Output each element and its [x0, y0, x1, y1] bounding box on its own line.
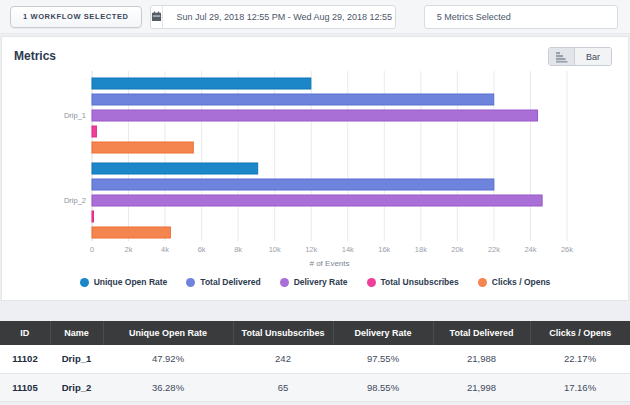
column-header-total-delivered: Total Delivered	[433, 321, 530, 345]
bar-Drip_1-total-delivered	[92, 94, 494, 105]
svg-text:14k: 14k	[342, 245, 354, 254]
chart-type-toggle[interactable]: Bar	[548, 47, 612, 66]
svg-text:Drip_2: Drip_2	[64, 196, 86, 205]
svg-text:16k: 16k	[378, 245, 390, 254]
metrics-table-wrap: IDNameUnique Open RateTotal Unsubscribes…	[0, 321, 630, 402]
svg-text:0: 0	[90, 245, 94, 254]
svg-text:12k: 12k	[305, 245, 317, 254]
bar-Drip_2-delivery-rate	[92, 195, 542, 206]
cell-id: 11105	[0, 373, 50, 401]
table-row: 11102Drip_147.92%24297.55%21,98822.17%	[0, 345, 630, 373]
svg-text:Drip_1: Drip_1	[64, 111, 86, 120]
legend-dot	[186, 278, 195, 287]
table-row: 11105Drip_236.28%6598.55%21,99817.16%	[0, 373, 630, 401]
bar-Drip_1-clicks-opens	[92, 142, 193, 153]
cell-total-delivered: 21,988	[433, 345, 530, 373]
legend-item-delivery-rate[interactable]: Delivery Rate	[280, 277, 348, 287]
cell-id: 11102	[0, 345, 50, 373]
cell-total-delivered: 21,998	[433, 373, 530, 401]
column-header-delivery-rate: Delivery Rate	[333, 321, 433, 345]
cell-unique-open-rate: 47.92%	[103, 345, 233, 373]
column-header-total-unsubscribes: Total Unsubscribes	[233, 321, 333, 345]
cell-total-unsubscribes: 242	[233, 345, 333, 373]
bar-chart-icon[interactable]	[549, 48, 575, 65]
column-header-id: ID	[0, 321, 50, 345]
chart-legend: Unique Open RateTotal DeliveredDelivery …	[14, 277, 616, 287]
legend-label: Total Delivered	[200, 277, 260, 287]
cell-delivery-rate: 98.55%	[333, 373, 433, 401]
date-range-text: Sun Jul 29, 2018 12:55 PM - Wed Aug 29, …	[163, 6, 396, 28]
svg-text:10k: 10k	[269, 245, 281, 254]
legend-label: Total Unsubscribes	[381, 277, 459, 287]
svg-text:6k: 6k	[198, 245, 206, 254]
legend-label: Delivery Rate	[294, 277, 348, 287]
bar-Drip_1-total-unsubscribes	[92, 126, 96, 137]
bar-Drip_2-clicks-opens	[92, 227, 170, 238]
svg-text:8k: 8k	[234, 245, 242, 254]
legend-dot	[280, 278, 289, 287]
cell-total-unsubscribes: 65	[233, 373, 333, 401]
svg-text:4k: 4k	[161, 245, 169, 254]
column-header-clicks-opens: Clicks / Opens	[530, 321, 630, 345]
bar-Drip_2-total-delivered	[92, 179, 494, 190]
column-header-name: Name	[50, 321, 103, 345]
legend-item-total-delivered[interactable]: Total Delivered	[186, 277, 260, 287]
date-range-picker[interactable]: Sun Jul 29, 2018 12:55 PM - Wed Aug 29, …	[150, 5, 396, 29]
legend-item-unique-open-rate[interactable]: Unique Open Rate	[80, 277, 168, 287]
cell-delivery-rate: 97.55%	[333, 345, 433, 373]
legend-dot	[478, 278, 487, 287]
cell-clicks-opens: 22.17%	[530, 345, 630, 373]
cell-name: Drip_2	[50, 373, 103, 401]
workflow-selected-button[interactable]: 1 WORKFLOW SELECTED	[10, 6, 142, 28]
svg-text:26k: 26k	[561, 245, 573, 254]
bar-Drip_2-total-unsubscribes	[92, 211, 94, 222]
metrics-title: Metrics	[14, 47, 56, 63]
cell-clicks-opens: 17.16%	[530, 373, 630, 401]
legend-item-clicks-opens[interactable]: Clicks / Opens	[478, 277, 551, 287]
svg-text:2k: 2k	[125, 245, 133, 254]
bar-chart: 02k4k6k8k10k12k14k16k18k20k22k24k26kDrip…	[14, 69, 616, 276]
chart-type-label[interactable]: Bar	[575, 48, 611, 65]
legend-label: Clicks / Opens	[492, 277, 551, 287]
cell-unique-open-rate: 36.28%	[103, 373, 233, 401]
legend-dot	[367, 278, 376, 287]
bar-chart-svg: 02k4k6k8k10k12k14k16k18k20k22k24k26kDrip…	[14, 69, 618, 272]
metrics-table: IDNameUnique Open RateTotal Unsubscribes…	[0, 321, 630, 402]
calendar-icon[interactable]	[151, 6, 163, 28]
top-toolbar: 1 WORKFLOW SELECTED Sun Jul 29, 2018 12:…	[0, 0, 630, 34]
svg-text:22k: 22k	[488, 245, 500, 254]
table-body: 11102Drip_147.92%24297.55%21,98822.17%11…	[0, 345, 630, 401]
svg-text:# of Events: # of Events	[309, 259, 349, 268]
bar-Drip_2-unique-open-rate	[92, 163, 258, 174]
svg-text:24k: 24k	[524, 245, 536, 254]
svg-text:18k: 18k	[415, 245, 427, 254]
legend-item-total-unsubscribes[interactable]: Total Unsubscribes	[367, 277, 459, 287]
metrics-selected-dropdown[interactable]: 5 Metrics Selected	[424, 5, 618, 29]
cell-name: Drip_1	[50, 345, 103, 373]
svg-text:20k: 20k	[451, 245, 463, 254]
bar-Drip_1-unique-open-rate	[92, 78, 311, 89]
metrics-card: Metrics Bar 02k4k6k8k10k12k14k16k18k20k2…	[1, 36, 629, 301]
legend-label: Unique Open Rate	[94, 277, 168, 287]
table-header: IDNameUnique Open RateTotal Unsubscribes…	[0, 321, 630, 345]
bar-Drip_1-delivery-rate	[92, 110, 538, 121]
legend-dot	[80, 278, 89, 287]
column-header-unique-open-rate: Unique Open Rate	[103, 321, 233, 345]
